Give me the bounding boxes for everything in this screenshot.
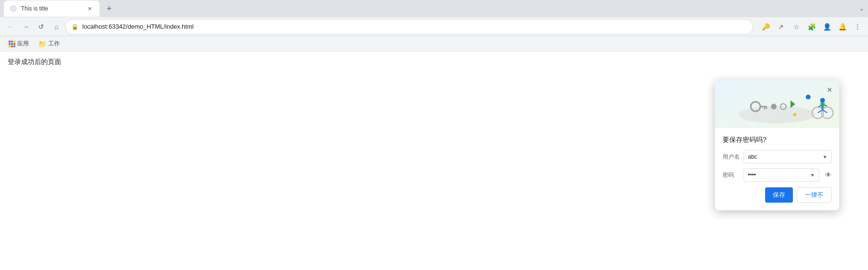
svg-point-10 [806, 95, 811, 99]
password-dropdown-arrow-icon[interactable]: ▼ [810, 173, 815, 178]
never-save-button[interactable]: 一律不 [797, 187, 832, 203]
svg-point-0 [11, 6, 16, 11]
address-text[interactable]: localhost:63342/demo_HTML/index.html [82, 23, 747, 30]
password-label: 密码 [723, 171, 740, 179]
page-main-text: 登录成功后的页面 [8, 58, 61, 65]
settings-icon[interactable]: ⋮ [851, 20, 864, 33]
extension-puzzle-icon[interactable]: 🧩 [805, 20, 818, 33]
notifications-icon[interactable]: 🔔 [835, 20, 849, 33]
popup-close-button[interactable]: ✕ [824, 84, 835, 96]
forward-button[interactable]: → [19, 20, 33, 33]
folder-icon: 📁 [38, 40, 46, 48]
tab-title: This is title [21, 5, 81, 12]
browser-chrome: This is title ✕ + ⌄ ← → ↺ ⌂ 🔒 localhost:… [0, 0, 868, 52]
bookmarks-bar: 应用 📁 工作 [0, 36, 868, 52]
password-manager-icon[interactable]: 🔑 [759, 20, 772, 33]
apps-label: 应用 [17, 40, 29, 48]
username-row: 用户名 abc ▼ [723, 150, 832, 163]
address-right-icons: 🔑 ↗ ☆ 🧩 👤 🔔 ⋮ [759, 20, 864, 33]
popup-actions: 保存 一律不 [723, 187, 832, 203]
password-row: 密码 •••• ▼ 👁 [723, 168, 832, 182]
popup-illustration [715, 80, 839, 128]
tab-list-chevron-icon[interactable]: ⌄ [859, 5, 864, 12]
page-content: 登录成功后的页面 ✕ [0, 52, 868, 270]
username-dropdown-arrow-icon[interactable]: ▼ [823, 154, 827, 160]
share-icon[interactable]: ↗ [774, 20, 788, 33]
home-button[interactable]: ⌂ [50, 20, 63, 33]
password-save-popup: ✕ [715, 80, 839, 210]
new-tab-button[interactable]: + [101, 1, 117, 16]
tab-bar-right: ⌄ [859, 5, 868, 12]
svg-point-7 [771, 104, 777, 109]
bookmark-apps[interactable]: 应用 [6, 39, 32, 49]
back-button[interactable]: ← [4, 20, 17, 33]
tab-favicon-icon [10, 5, 17, 12]
lock-icon: 🔒 [71, 23, 78, 30]
bookmark-icon[interactable]: ☆ [790, 20, 803, 33]
tab-bar: This is title ✕ + ⌄ [0, 0, 868, 17]
svg-point-2 [739, 106, 815, 123]
bookmark-work-folder[interactable]: 📁 工作 [35, 39, 63, 49]
username-input-wrap[interactable]: abc ▼ [744, 150, 832, 163]
address-bar: ← → ↺ ⌂ 🔒 localhost:63342/demo_HTML/inde… [0, 17, 868, 36]
work-folder-label: 工作 [48, 40, 60, 48]
username-value: abc [748, 153, 823, 160]
password-value: •••• [748, 172, 810, 178]
profile-icon[interactable]: 👤 [820, 20, 834, 33]
tab-close-button[interactable]: ✕ [85, 4, 94, 13]
active-tab[interactable]: This is title ✕ [4, 0, 100, 17]
popup-body: 要保存密码吗? 用户名 abc ▼ 密码 •••• ▼ 👁 保存 [715, 128, 839, 210]
address-input-wrap: 🔒 localhost:63342/demo_HTML/index.html [65, 19, 753, 34]
reload-button[interactable]: ↺ [34, 20, 48, 33]
save-password-button[interactable]: 保存 [765, 187, 793, 203]
password-visibility-toggle-icon[interactable]: 👁 [825, 171, 832, 179]
password-input-wrap[interactable]: •••• ▼ [744, 168, 819, 182]
apps-grid-icon [9, 41, 15, 47]
popup-title: 要保存密码吗? [723, 136, 832, 144]
username-label: 用户名 [723, 153, 740, 161]
